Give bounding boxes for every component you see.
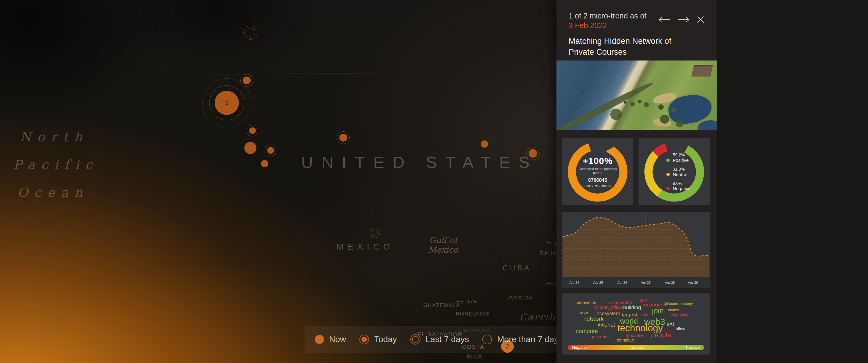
sentiment-pct: 59.2%	[673, 153, 690, 157]
sentiment-pct: 31.9%	[673, 167, 690, 171]
word-cloud-card: innovationunavailableshitcontinues@Param…	[562, 293, 710, 355]
conversation-count-label: conversations	[575, 183, 620, 188]
map-label: HONDURAS	[456, 311, 490, 317]
map-label: Ocean	[18, 185, 89, 200]
map-legend-item: Last 7 days	[410, 334, 469, 344]
legend-double-ring-icon	[410, 334, 421, 344]
cloud-word: join	[652, 306, 664, 315]
sentiment-label: Neutral	[673, 172, 687, 177]
x-tick-label: Apr 27	[641, 281, 651, 284]
trend-title: Matching Hidden Network of Private Cours…	[568, 36, 699, 58]
trend-photo-golf-course	[556, 61, 717, 130]
sentiment-legend: 59.2%Positive31.9%Neutral9.0%Negative	[666, 153, 690, 191]
sentiment-dot-icon	[666, 187, 670, 190]
legend-label: Now	[329, 335, 346, 344]
cloud-word: follow	[675, 326, 685, 331]
scale-neutral-label: Neutral	[630, 345, 643, 350]
cloud-word: expensive	[670, 312, 689, 317]
x-tick-label: Apr 25	[593, 281, 603, 284]
trend-date: 3 Feb 2022	[568, 21, 607, 30]
cloud-word: complete	[617, 338, 634, 342]
map-legend-item: Today	[360, 335, 397, 344]
cloud-word: @ParamLaboratory	[664, 302, 693, 305]
sentiment-label: Positive	[673, 158, 689, 163]
sentiment-dot-icon	[666, 173, 670, 176]
sentiment-legend-item: 9.0%Negative	[666, 181, 690, 191]
sentiment-legend-item: 59.2%Positive	[666, 153, 690, 163]
volume-caption: Compared to the previous period	[575, 167, 620, 174]
conversation-trend-chart: Apr 24Apr 25Apr 26Apr 27Apr 28Apr 29	[562, 212, 710, 288]
x-tick-label: Apr 26	[617, 281, 627, 284]
map-label: MEXICO	[337, 242, 394, 252]
map-label: Mexico	[428, 245, 458, 254]
sentiment-legend-item: 31.9%Neutral	[666, 167, 690, 177]
volume-percent: +100%	[575, 156, 620, 166]
x-tick-label: Apr 29	[688, 281, 698, 284]
map-label: Gulf of	[429, 235, 457, 245]
scale-positive-label: Positive	[686, 345, 700, 350]
x-tick-label: Apr 24	[569, 281, 579, 284]
sentiment-scale-bar: Negative Neutral Positive	[568, 345, 704, 350]
cloud-word: @ionet	[598, 322, 615, 328]
cloud-word: people	[651, 331, 671, 339]
resort-building	[691, 65, 713, 76]
sentiment-dot-icon	[666, 159, 670, 162]
legend-label: Today	[374, 335, 397, 344]
map-label: CUBA	[503, 264, 531, 272]
legend-dot-ring-icon	[360, 335, 369, 344]
micro-trend-panel: 1 of 2 micro-trend as of 3 Feb 2022 Matc…	[556, 0, 717, 363]
legend-solid-icon	[315, 335, 324, 344]
cloud-word: building	[623, 305, 641, 311]
map-label: Pacific	[13, 157, 98, 172]
cloud-word: network	[583, 316, 604, 322]
cloud-word: @ionet_official	[594, 305, 624, 310]
map-label: GUATEMALA	[423, 302, 460, 308]
prev-trend-button[interactable]	[658, 16, 671, 23]
us-canada-border-line	[212, 73, 413, 75]
map-label: JAMAICA	[506, 295, 533, 301]
cloud-word: compute	[576, 328, 598, 335]
cloud-word: market	[668, 308, 679, 312]
x-tick-label: Apr 28	[665, 281, 675, 284]
marker-count: 3	[225, 100, 228, 106]
sand-bunker-2	[652, 118, 672, 128]
arrow-right-icon	[677, 16, 690, 23]
cloud-word: crypto	[580, 311, 588, 314]
map-legend-item: Now	[315, 335, 346, 344]
close-icon	[696, 16, 705, 24]
cloud-word: #AI	[666, 322, 674, 327]
cloud-word: innovate	[626, 333, 643, 338]
close-panel-button[interactable]	[696, 16, 705, 24]
volume-donut-card: +100% Compared to the previous period 67…	[562, 138, 633, 205]
cloud-word: innovation	[577, 300, 596, 305]
cloud-word: rise	[641, 312, 649, 317]
sentiment-label: Negative	[673, 186, 690, 191]
scale-negative-label: Negative	[572, 345, 588, 350]
conversation-count: 6766045	[575, 177, 620, 183]
map-label: UNITED STATES	[301, 153, 538, 171]
legend-ring-icon	[482, 335, 492, 344]
legend-label: Last 7 days	[426, 335, 469, 344]
sentiment-donut-card: 59.2%Positive31.9%Neutral9.0%Negative	[639, 138, 710, 205]
sentiment-pct: 9.0%	[673, 181, 690, 186]
next-trend-button[interactable]	[677, 16, 690, 23]
cloud-word: generated	[591, 334, 610, 339]
trees	[624, 101, 627, 104]
trend-counter: 1 of 2 micro-trend as of	[568, 11, 646, 20]
map-label: RICA	[466, 353, 482, 360]
arrow-left-icon	[658, 16, 671, 23]
map-label: North	[20, 129, 88, 144]
trend-area-chart-card: Apr 24Apr 25Apr 26Apr 27Apr 28Apr 29	[562, 212, 710, 288]
